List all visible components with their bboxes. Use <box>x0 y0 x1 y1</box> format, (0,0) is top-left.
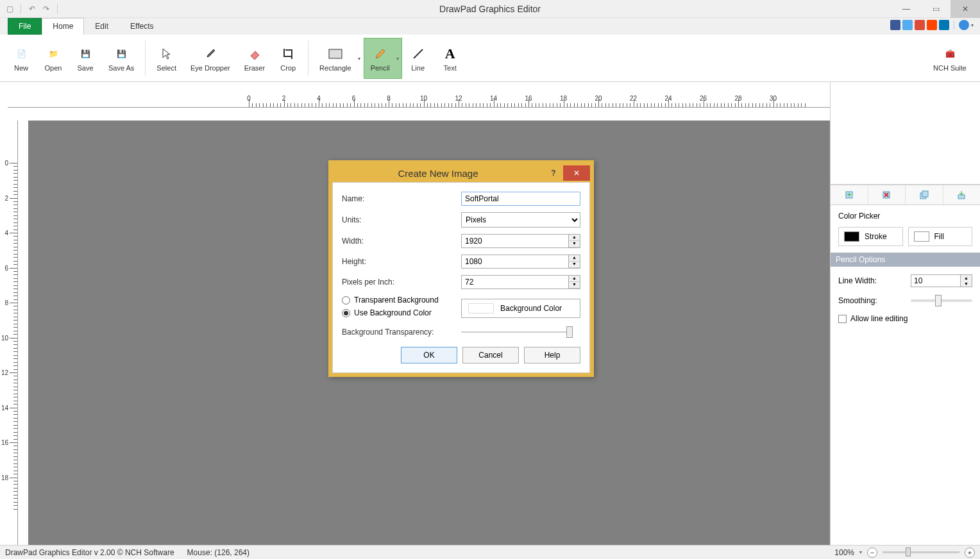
smoothing-label: Smoothing: <box>838 296 911 305</box>
google-icon[interactable] <box>915 20 925 30</box>
rectangle-tool[interactable]: Rectangle <box>312 38 364 79</box>
select-tool[interactable]: Select <box>149 38 183 79</box>
linewidth-label: Line Width: <box>838 276 911 285</box>
bg-transparency-slider[interactable] <box>461 331 573 333</box>
app-icon: ▢ <box>4 3 15 15</box>
use-bg-color-radio[interactable]: Use Background Color <box>342 308 461 317</box>
facebook-icon[interactable] <box>890 20 900 30</box>
units-select[interactable]: Pixels <box>461 212 580 228</box>
color-picker-section: Color Picker Stroke Fill <box>831 205 980 253</box>
svg-text:+: + <box>847 190 851 199</box>
status-bar: DrawPad Graphics Editor v 2.00 © NCH Sof… <box>0 545 980 559</box>
help-button[interactable]: Help <box>524 347 580 363</box>
text-tool[interactable]: AText <box>434 38 466 79</box>
nchsuite-button[interactable]: 🧰NCH Suite <box>926 38 974 79</box>
layers-list <box>831 82 980 185</box>
options-header: Pencil Options <box>831 253 980 267</box>
save-button[interactable]: 💾Save <box>69 38 101 79</box>
allow-line-editing-checkbox[interactable]: Allow line editing <box>838 314 972 323</box>
zoom-slider[interactable] <box>883 551 959 553</box>
zoom-value: 100% <box>834 548 854 557</box>
redo-button[interactable]: ↷ <box>40 3 52 15</box>
svg-line-1 <box>414 49 423 58</box>
eraser-tool[interactable]: Eraser <box>237 38 272 79</box>
tab-edit[interactable]: Edit <box>84 18 119 35</box>
saveas-button[interactable]: 💾Save As <box>101 38 141 79</box>
height-input[interactable]: ▲▼ <box>461 254 580 269</box>
twitter-icon[interactable] <box>902 20 913 30</box>
transparent-bg-radio[interactable]: Transparent Background <box>342 296 461 305</box>
name-input[interactable] <box>461 192 580 206</box>
layer-merge-button[interactable] <box>943 185 981 204</box>
titlebar: ▢ ↶ ↷ DrawPad Graphics Editor — ▭ ✕ <box>0 0 980 18</box>
svg-rect-6 <box>922 191 928 197</box>
svg-rect-7 <box>958 195 965 199</box>
smoothing-slider[interactable] <box>911 299 972 302</box>
ppi-input[interactable]: ▲▼ <box>461 275 580 289</box>
pencil-tool[interactable]: Pencil <box>364 38 402 79</box>
horizontal-ruler: 024681012141618202224262830 <box>8 95 830 108</box>
open-button[interactable]: 📁Open <box>37 38 69 79</box>
new-button[interactable]: 📄New <box>5 38 37 79</box>
dialog-help-button[interactable]: ? <box>544 165 563 181</box>
tab-effects[interactable]: Effects <box>119 18 164 35</box>
status-mouse: Mouse: (126, 264) <box>187 548 249 557</box>
help-icon[interactable] <box>959 20 969 30</box>
side-panel: + Color Picker Stroke Fill Pencil Option… <box>830 82 980 545</box>
zoom-in-button[interactable]: + <box>965 547 975 558</box>
close-button[interactable]: ✕ <box>950 0 980 18</box>
fill-color[interactable]: Fill <box>908 227 973 246</box>
eyedropper-tool[interactable]: Eye Dropper <box>183 38 237 79</box>
layer-delete-button[interactable] <box>868 185 906 204</box>
vertical-ruler: 024681012141618 <box>0 121 18 545</box>
undo-button[interactable]: ↶ <box>26 3 38 15</box>
layer-duplicate-button[interactable] <box>906 185 943 204</box>
stroke-color[interactable]: Stroke <box>838 227 903 246</box>
crop-tool[interactable]: Crop <box>272 38 304 79</box>
line-tool[interactable]: Line <box>402 38 434 79</box>
cancel-button[interactable]: Cancel <box>462 347 519 363</box>
tab-file[interactable]: File <box>8 18 42 35</box>
menu-tabs: File Home Edit Effects ▾ <box>0 18 980 35</box>
status-version: DrawPad Graphics Editor v 2.00 © NCH Sof… <box>5 548 174 557</box>
bg-color-button[interactable]: Background Color <box>461 299 580 318</box>
minimize-button[interactable]: — <box>891 0 921 18</box>
create-new-image-dialog: Create New Image ? ✕ Name: Units:Pixels … <box>328 160 594 377</box>
dialog-title: Create New Image <box>332 168 544 179</box>
width-input[interactable]: ▲▼ <box>461 234 580 248</box>
layer-add-button[interactable]: + <box>831 185 868 204</box>
tab-home[interactable]: Home <box>42 18 84 35</box>
linewidth-input[interactable]: ▲▼ <box>911 274 972 287</box>
linkedin-icon[interactable] <box>939 20 949 30</box>
svg-rect-0 <box>329 49 342 58</box>
window-title: DrawPad Graphics Editor <box>439 4 541 14</box>
dialog-close-button[interactable]: ✕ <box>563 165 590 181</box>
ok-button[interactable]: OK <box>401 347 457 363</box>
ribbon: 📄New 📁Open 💾Save 💾Save As Select Eye Dro… <box>0 35 980 82</box>
zoom-out-button[interactable]: − <box>867 547 877 558</box>
maximize-button[interactable]: ▭ <box>921 0 950 18</box>
stumble-icon[interactable] <box>927 20 937 30</box>
